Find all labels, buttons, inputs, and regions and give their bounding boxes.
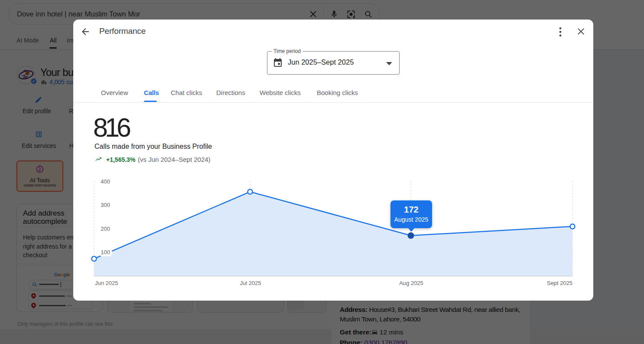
svg-text:400: 400 [101,178,110,185]
svg-text:Jun 2025: Jun 2025 [95,280,118,286]
svg-text:Aug 2025: Aug 2025 [399,280,423,286]
svg-text:Jul 2025: Jul 2025 [240,280,261,286]
svg-text:200: 200 [101,226,110,232]
svg-text:100: 100 [101,249,110,256]
svg-text:300: 300 [101,202,110,208]
svg-text:Sept 2025: Sept 2025 [547,280,572,286]
